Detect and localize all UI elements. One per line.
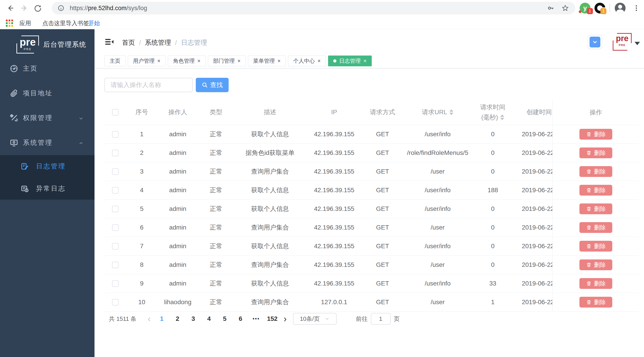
tab-角色管理[interactable]: 角色管理× xyxy=(168,55,206,66)
delete-button[interactable]: 删除 xyxy=(580,259,612,270)
toolbar-separator xyxy=(608,0,612,16)
breadcrumb-home[interactable]: 首页 xyxy=(122,38,135,47)
browser-menu-icon[interactable] xyxy=(632,0,641,16)
password-key-icon[interactable] xyxy=(547,4,554,12)
page-number-6[interactable]: 6 xyxy=(236,315,246,322)
row-scroll: 6admin正常查询用户集合42.196.39.155GET/user02019… xyxy=(104,218,552,237)
delete-button[interactable]: 删除 xyxy=(580,185,612,196)
cell-desc: 查询用户集合 xyxy=(234,256,306,274)
sidebar-item-system[interactable]: 系统管理 xyxy=(0,130,94,155)
row-checkbox[interactable] xyxy=(112,224,118,231)
cell-ip: 42.196.39.155 xyxy=(306,218,362,237)
sidebar-item-paperclip[interactable]: 项目地址 xyxy=(0,81,94,106)
sidebar-submenu: 日志管理异常日志 xyxy=(0,155,94,200)
cell-method: GET xyxy=(362,218,403,237)
column-header-8[interactable]: 请求时间(毫秒) xyxy=(472,100,513,125)
cell-created: 2019-06-22 08 xyxy=(513,256,552,274)
column-header-9[interactable]: 创建时间 xyxy=(513,100,552,125)
logo-text: pre xyxy=(17,36,38,48)
address-bar[interactable]: https://pre.52lhd.com/sys/log xyxy=(52,2,575,14)
goto-label: 前往 xyxy=(356,315,368,323)
column-header-3: 类型 xyxy=(198,100,234,125)
page-number-2[interactable]: 2 xyxy=(172,315,182,322)
row-checkbox[interactable] xyxy=(112,206,118,212)
column-header-7[interactable]: 请求URL xyxy=(403,100,472,125)
apps-grid-icon[interactable] xyxy=(6,19,13,27)
tab-close-icon[interactable]: × xyxy=(278,58,280,64)
row-checkbox[interactable] xyxy=(112,131,118,138)
pagination: 共 1511 条 ‹ 123456•••152 › 10条/页 前往 页 xyxy=(104,312,400,326)
search-input[interactable] xyxy=(104,78,192,92)
row-checkbox-cell xyxy=(104,125,126,143)
profile-avatar-icon[interactable] xyxy=(614,0,626,16)
search-button[interactable]: 查找 xyxy=(196,78,228,92)
row-checkbox[interactable] xyxy=(112,262,118,268)
tab-close-icon[interactable]: × xyxy=(238,58,240,64)
row-checkbox[interactable] xyxy=(112,168,118,175)
cell-url: /role/findRoleMenus/5 xyxy=(403,144,472,162)
breadcrumb-system[interactable]: 系统管理 xyxy=(145,38,171,47)
user-avatar[interactable]: pre PRE xyxy=(614,33,631,50)
sort-carets-icon[interactable] xyxy=(449,109,454,115)
row-checkbox-cell xyxy=(104,200,126,218)
row-actions-cell: 删除 xyxy=(552,293,639,311)
cell-created: 2019-06-22 08 xyxy=(513,200,552,218)
sidebar-item-tools[interactable]: 权限管理 xyxy=(0,106,94,130)
page-number-3[interactable]: 3 xyxy=(188,315,198,322)
row-checkbox[interactable] xyxy=(112,299,118,306)
row-checkbox-cell xyxy=(104,256,126,274)
page-number-5[interactable]: 5 xyxy=(220,315,230,322)
delete-button[interactable]: 删除 xyxy=(580,129,612,140)
delete-button[interactable]: 删除 xyxy=(580,297,612,308)
bookmark-star-icon[interactable] xyxy=(562,4,569,12)
row-checkbox[interactable] xyxy=(112,280,118,287)
cell-operator: admin xyxy=(158,162,198,181)
row-checkbox[interactable] xyxy=(112,187,118,194)
tab-用户管理[interactable]: 用户管理× xyxy=(128,55,166,66)
delete-button[interactable]: 删除 xyxy=(580,278,612,289)
tools-icon xyxy=(9,113,19,123)
delete-button[interactable]: 删除 xyxy=(580,203,612,214)
back-icon[interactable] xyxy=(6,0,15,16)
cell-desc: 据角色id获取菜单 xyxy=(234,144,306,162)
hamburger-icon[interactable] xyxy=(104,37,114,47)
delete-button[interactable]: 删除 xyxy=(580,222,612,233)
delete-button[interactable]: 删除 xyxy=(580,147,612,158)
tab-主页[interactable]: 主页 xyxy=(104,55,126,66)
tab-个人中心[interactable]: 个人中心× xyxy=(288,55,326,66)
row-checkbox[interactable] xyxy=(112,243,118,250)
tab-close-icon[interactable]: × xyxy=(197,58,200,64)
table-row: 9admin正常获取个人信息42.196.39.155GET/user/info… xyxy=(104,274,639,293)
header-dropdown-button[interactable] xyxy=(588,35,602,49)
delete-button[interactable]: 删除 xyxy=(580,166,612,177)
page-number-152[interactable]: 152 xyxy=(267,315,278,322)
import-bookmarks-start-link[interactable]: 开始 xyxy=(88,19,100,27)
tab-部门管理[interactable]: 部门管理× xyxy=(208,55,246,66)
tab-日志管理[interactable]: 日志管理× xyxy=(328,55,372,66)
sidebar-item-dashboard[interactable]: 主页 xyxy=(0,56,94,81)
column-header-2: 操作人 xyxy=(158,100,198,125)
sidebar-item-exception-log[interactable]: 异常日志 xyxy=(0,177,94,200)
reload-icon[interactable] xyxy=(33,0,42,16)
tab-close-icon[interactable]: × xyxy=(157,58,160,64)
avatar-caret-down-icon[interactable] xyxy=(634,42,640,45)
page-number-1[interactable]: 1 xyxy=(157,315,167,322)
table-row: 7admin正常获取个人信息42.196.39.155GET/user/info… xyxy=(104,237,639,256)
goto-page-input[interactable] xyxy=(371,313,391,325)
select-all-checkbox[interactable] xyxy=(112,109,118,116)
sort-carets-icon[interactable] xyxy=(500,114,504,120)
tab-close-icon[interactable]: × xyxy=(364,58,366,64)
forward-icon[interactable] xyxy=(20,0,29,16)
goto-unit: 页 xyxy=(394,315,400,323)
page-info-icon[interactable] xyxy=(58,5,64,11)
row-checkbox[interactable] xyxy=(112,150,118,156)
tab-close-icon[interactable]: × xyxy=(318,58,321,64)
delete-button[interactable]: 删除 xyxy=(580,241,612,252)
sidebar-item-log-edit[interactable]: 日志管理 xyxy=(0,155,94,177)
tab-菜单管理[interactable]: 菜单管理× xyxy=(248,55,286,66)
page-size-select[interactable]: 10条/页 xyxy=(293,313,337,325)
page-number-4[interactable]: 4 xyxy=(204,315,214,322)
next-page-icon[interactable]: › xyxy=(284,314,286,323)
apps-bookmark-label[interactable]: 应用 xyxy=(19,19,31,27)
prev-page-icon[interactable]: ‹ xyxy=(148,314,150,323)
